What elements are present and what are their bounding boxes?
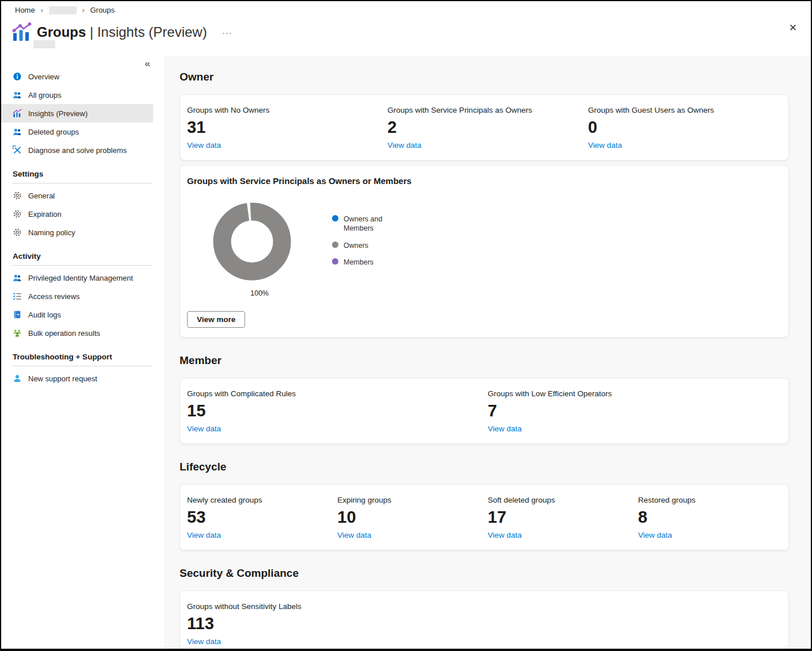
stat-low-efficient-operators: Groups with Low Efficient Operators 7 Vi… <box>488 389 789 434</box>
sidebar-nav: Overview All groups <box>1 56 164 388</box>
sidebar-item-naming-policy[interactable]: Naming policy <box>1 223 153 242</box>
breadcrumb-redacted-tenant <box>49 6 77 14</box>
legend-label: Owners <box>344 241 368 250</box>
view-data-link[interactable]: View data <box>488 531 522 539</box>
more-options-icon[interactable]: ··· <box>222 28 232 37</box>
sidebar-section-troubleshooting: Troubleshooting + Support <box>13 353 164 361</box>
people-icon <box>13 273 22 282</box>
sidebar-item-deleted-groups[interactable]: Deleted groups <box>1 122 153 141</box>
breadcrumb-home[interactable]: Home <box>15 6 35 14</box>
legend-dot-gray <box>332 242 338 248</box>
stat-label: Groups with Service Principals as Owners <box>387 106 588 114</box>
service-principals-chart-card: Groups with Service Principals as Owners… <box>180 165 789 338</box>
stat-newly-created: Newly created groups 53 View data <box>187 496 337 540</box>
sidebar-section-settings: Settings <box>13 170 164 178</box>
sidebar-item-label: Audit logs <box>28 311 61 319</box>
sidebar-item-insights-preview[interactable]: Insights (Preview) <box>1 104 153 122</box>
sidebar-item-label: All groups <box>28 91 62 99</box>
breadcrumb: Home › › Groups <box>15 6 115 14</box>
view-data-link[interactable]: View data <box>187 531 221 539</box>
sidebar-item-label: Bulk operation results <box>28 329 100 338</box>
stat-soft-deleted: Soft deleted groups 17 View data <box>488 496 638 540</box>
audit-log-icon <box>13 310 22 319</box>
stat-value: 15 <box>187 403 488 419</box>
chart-legend: Owners and Members Owners Members <box>332 215 391 274</box>
sidebar-item-audit-logs[interactable]: Audit logs <box>1 305 153 324</box>
section-owner: Owner Groups with No Owners 31 View data… <box>180 71 789 338</box>
title-redacted-text <box>33 40 55 48</box>
stat-label: Groups with Low Efficient Operators <box>488 389 789 398</box>
sidebar-item-label: Deleted groups <box>28 128 79 136</box>
sidebar-item-label: Insights (Preview) <box>28 109 87 118</box>
groups-insights-window: Home › › Groups Groups | Insights (Previ… <box>0 0 812 651</box>
view-data-link[interactable]: View data <box>187 141 221 150</box>
stat-value: 17 <box>488 509 638 526</box>
donut-percent-label: 100% <box>209 289 295 297</box>
sidebar-item-label: Expiration <box>28 210 62 219</box>
stat-value: 10 <box>337 509 487 526</box>
view-data-link[interactable]: View data <box>187 637 221 646</box>
sidebar-item-all-groups[interactable]: All groups <box>1 86 153 104</box>
view-data-link[interactable]: View data <box>187 424 221 433</box>
stat-label: Newly created groups <box>187 496 337 504</box>
sidebar: « Overview All groups <box>1 56 164 649</box>
support-person-icon <box>13 374 22 383</box>
stat-groups-sp-owners: Groups with Service Principals as Owners… <box>387 106 588 150</box>
sidebar-item-pim[interactable]: Privileged Identity Management <box>1 269 153 287</box>
stat-restored: Restored groups 8 View data <box>638 496 788 540</box>
stat-label: Soft deleted groups <box>488 496 638 504</box>
view-data-link[interactable]: View data <box>638 531 672 539</box>
people-icon <box>13 127 22 136</box>
page-header: Home › › Groups Groups | Insights (Previ… <box>1 1 811 56</box>
stat-value: 31 <box>187 119 387 136</box>
section-member: Member Groups with Complicated Rules 15 … <box>180 354 789 444</box>
sidebar-item-diagnose[interactable]: Diagnose and solve problems <box>1 141 153 159</box>
sidebar-item-general[interactable]: General <box>1 186 153 205</box>
view-data-link[interactable]: View data <box>588 141 622 150</box>
view-data-link[interactable]: View data <box>337 531 371 539</box>
sidebar-item-overview[interactable]: Overview <box>1 67 153 86</box>
legend-dot-purple <box>332 258 338 265</box>
sidebar-item-new-support-request[interactable]: New support request <box>1 369 153 388</box>
sidebar-item-expiration[interactable]: Expiration <box>1 205 153 223</box>
chevron-right-icon: › <box>41 6 43 14</box>
view-data-link[interactable]: View data <box>387 141 421 150</box>
stat-label: Restored groups <box>638 496 788 504</box>
divider <box>13 265 152 266</box>
owner-stats-card: Groups with No Owners 31 View data Group… <box>180 94 789 160</box>
people-icon <box>13 90 22 99</box>
stat-expiring: Expiring groups 10 View data <box>337 496 487 540</box>
insights-chart-icon <box>12 22 32 43</box>
sidebar-item-bulk-operation-results[interactable]: Bulk operation results <box>1 324 153 342</box>
gear-icon <box>13 191 22 200</box>
bulk-group-icon <box>13 328 22 338</box>
sidebar-item-label: Access reviews <box>28 292 80 301</box>
sidebar-item-access-reviews[interactable]: Access reviews <box>1 287 153 305</box>
stat-value: 2 <box>387 119 588 136</box>
stat-label: Groups without Sensitivity Labels <box>187 602 788 611</box>
sidebar-section-activity: Activity <box>13 252 164 261</box>
page-title-subtitle: | Insights (Preview) <box>90 24 207 40</box>
legend-item-owners-and-members: Owners and Members <box>332 215 391 233</box>
breadcrumb-groups[interactable]: Groups <box>90 6 115 14</box>
sidebar-item-label: Naming policy <box>28 228 75 237</box>
legend-dot-blue <box>332 215 338 221</box>
legend-label: Owners and Members <box>344 215 391 233</box>
gear-icon <box>13 228 22 237</box>
collapse-sidebar-icon[interactable]: « <box>145 58 150 70</box>
close-icon[interactable]: ✕ <box>789 23 797 33</box>
section-title: Member <box>180 354 789 367</box>
stat-groups-no-owners: Groups with No Owners 31 View data <box>187 106 387 150</box>
stat-value: 8 <box>638 509 788 526</box>
section-title: Owner <box>180 71 789 83</box>
view-data-link[interactable]: View data <box>488 424 522 433</box>
stat-label: Groups with Guest Users as Owners <box>588 106 788 114</box>
sidebar-item-label: Privileged Identity Management <box>28 274 133 282</box>
view-more-button[interactable]: View more <box>187 311 245 328</box>
stat-groups-guest-owners: Groups with Guest Users as Owners 0 View… <box>588 106 788 150</box>
divider <box>13 366 152 366</box>
chevron-right-icon: › <box>82 6 85 14</box>
legend-label: Members <box>344 258 373 267</box>
checklist-icon <box>13 292 22 301</box>
stat-complicated-rules: Groups with Complicated Rules 15 View da… <box>187 389 488 434</box>
